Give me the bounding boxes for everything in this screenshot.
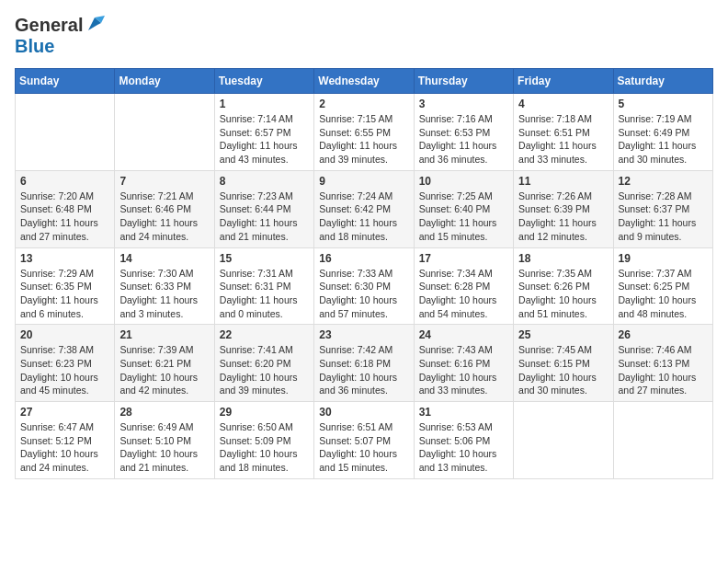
header: General Blue bbox=[15, 15, 713, 57]
day-number: 27 bbox=[20, 406, 109, 419]
day-number: 9 bbox=[319, 175, 408, 188]
day-number: 21 bbox=[119, 328, 209, 341]
day-number: 26 bbox=[619, 328, 708, 341]
calendar-week-row: 6Sunrise: 7:20 AM Sunset: 6:48 PM Daylig… bbox=[16, 170, 713, 247]
calendar: SundayMondayTuesdayWednesdayThursdayFrid… bbox=[15, 68, 713, 479]
day-of-week-header: Tuesday bbox=[214, 69, 313, 94]
day-of-week-header: Thursday bbox=[414, 69, 513, 94]
calendar-cell: 15Sunrise: 7:31 AM Sunset: 6:31 PM Dayli… bbox=[214, 247, 313, 325]
day-number: 7 bbox=[119, 175, 209, 188]
day-number: 14 bbox=[119, 252, 209, 265]
calendar-cell: 12Sunrise: 7:28 AM Sunset: 6:37 PM Dayli… bbox=[613, 170, 712, 247]
calendar-cell: 30Sunrise: 6:51 AM Sunset: 5:07 PM Dayli… bbox=[314, 402, 414, 479]
day-info: Sunrise: 7:33 AM Sunset: 6:30 PM Dayligh… bbox=[319, 267, 408, 321]
day-info: Sunrise: 7:42 AM Sunset: 6:18 PM Dayligh… bbox=[319, 343, 408, 397]
day-number: 5 bbox=[619, 98, 708, 110]
day-number: 3 bbox=[419, 98, 508, 110]
day-of-week-header: Saturday bbox=[613, 69, 712, 94]
day-info: Sunrise: 6:49 AM Sunset: 5:10 PM Dayligh… bbox=[119, 420, 209, 475]
day-info: Sunrise: 7:31 AM Sunset: 6:31 PM Dayligh… bbox=[220, 267, 309, 321]
day-of-week-header: Sunday bbox=[16, 69, 115, 94]
calendar-cell: 1Sunrise: 7:14 AM Sunset: 6:57 PM Daylig… bbox=[214, 94, 313, 171]
logo-blue: Blue bbox=[15, 36, 54, 56]
day-info: Sunrise: 7:23 AM Sunset: 6:44 PM Dayligh… bbox=[220, 190, 309, 244]
calendar-cell: 19Sunrise: 7:37 AM Sunset: 6:25 PM Dayli… bbox=[613, 247, 712, 325]
logo-general: General bbox=[15, 15, 83, 36]
day-number: 11 bbox=[518, 175, 608, 188]
day-info: Sunrise: 6:47 AM Sunset: 5:12 PM Dayligh… bbox=[20, 420, 109, 475]
calendar-week-row: 20Sunrise: 7:38 AM Sunset: 6:23 PM Dayli… bbox=[16, 325, 713, 402]
calendar-cell bbox=[613, 402, 712, 479]
calendar-week-row: 1Sunrise: 7:14 AM Sunset: 6:57 PM Daylig… bbox=[16, 94, 713, 171]
calendar-cell: 26Sunrise: 7:46 AM Sunset: 6:13 PM Dayli… bbox=[613, 325, 712, 402]
day-info: Sunrise: 7:16 AM Sunset: 6:53 PM Dayligh… bbox=[419, 112, 508, 167]
calendar-cell: 2Sunrise: 7:15 AM Sunset: 6:55 PM Daylig… bbox=[314, 94, 414, 171]
day-info: Sunrise: 7:25 AM Sunset: 6:40 PM Dayligh… bbox=[419, 190, 508, 244]
day-number: 19 bbox=[619, 252, 708, 265]
day-number: 6 bbox=[20, 175, 109, 188]
day-number: 25 bbox=[518, 328, 608, 341]
day-number: 18 bbox=[518, 252, 608, 265]
calendar-week-row: 27Sunrise: 6:47 AM Sunset: 5:12 PM Dayli… bbox=[16, 402, 713, 479]
day-number: 15 bbox=[220, 252, 309, 265]
logo: General Blue bbox=[15, 15, 105, 57]
calendar-cell: 22Sunrise: 7:41 AM Sunset: 6:20 PM Dayli… bbox=[214, 325, 313, 402]
calendar-cell: 16Sunrise: 7:33 AM Sunset: 6:30 PM Dayli… bbox=[314, 247, 414, 325]
day-info: Sunrise: 6:53 AM Sunset: 5:06 PM Dayligh… bbox=[419, 420, 508, 475]
day-number: 12 bbox=[619, 175, 708, 188]
calendar-cell: 31Sunrise: 6:53 AM Sunset: 5:06 PM Dayli… bbox=[414, 402, 513, 479]
calendar-cell: 17Sunrise: 7:34 AM Sunset: 6:28 PM Dayli… bbox=[414, 247, 513, 325]
day-info: Sunrise: 7:39 AM Sunset: 6:21 PM Dayligh… bbox=[119, 343, 209, 397]
calendar-cell: 3Sunrise: 7:16 AM Sunset: 6:53 PM Daylig… bbox=[414, 94, 513, 171]
calendar-cell: 24Sunrise: 7:43 AM Sunset: 6:16 PM Dayli… bbox=[414, 325, 513, 402]
calendar-cell: 14Sunrise: 7:30 AM Sunset: 6:33 PM Dayli… bbox=[115, 247, 214, 325]
day-info: Sunrise: 7:20 AM Sunset: 6:48 PM Dayligh… bbox=[20, 190, 109, 244]
day-info: Sunrise: 7:21 AM Sunset: 6:46 PM Dayligh… bbox=[119, 190, 209, 244]
day-number: 29 bbox=[220, 406, 309, 419]
calendar-cell: 21Sunrise: 7:39 AM Sunset: 6:21 PM Dayli… bbox=[115, 325, 214, 402]
calendar-cell: 7Sunrise: 7:21 AM Sunset: 6:46 PM Daylig… bbox=[115, 170, 214, 247]
day-info: Sunrise: 7:14 AM Sunset: 6:57 PM Dayligh… bbox=[220, 112, 309, 167]
calendar-cell: 6Sunrise: 7:20 AM Sunset: 6:48 PM Daylig… bbox=[16, 170, 115, 247]
day-info: Sunrise: 7:29 AM Sunset: 6:35 PM Dayligh… bbox=[20, 267, 109, 321]
day-info: Sunrise: 7:28 AM Sunset: 6:37 PM Dayligh… bbox=[619, 190, 708, 244]
day-number: 22 bbox=[220, 328, 309, 341]
day-info: Sunrise: 6:50 AM Sunset: 5:09 PM Dayligh… bbox=[220, 420, 309, 475]
day-number: 8 bbox=[220, 175, 309, 188]
day-number: 20 bbox=[20, 328, 109, 341]
calendar-cell: 11Sunrise: 7:26 AM Sunset: 6:39 PM Dayli… bbox=[514, 170, 613, 247]
calendar-header-row: SundayMondayTuesdayWednesdayThursdayFrid… bbox=[16, 69, 713, 94]
day-info: Sunrise: 7:35 AM Sunset: 6:26 PM Dayligh… bbox=[518, 267, 608, 321]
calendar-cell: 9Sunrise: 7:24 AM Sunset: 6:42 PM Daylig… bbox=[314, 170, 414, 247]
day-info: Sunrise: 6:51 AM Sunset: 5:07 PM Dayligh… bbox=[319, 420, 408, 475]
day-info: Sunrise: 7:45 AM Sunset: 6:15 PM Dayligh… bbox=[518, 343, 608, 397]
calendar-week-row: 13Sunrise: 7:29 AM Sunset: 6:35 PM Dayli… bbox=[16, 247, 713, 325]
calendar-cell: 10Sunrise: 7:25 AM Sunset: 6:40 PM Dayli… bbox=[414, 170, 513, 247]
calendar-cell: 23Sunrise: 7:42 AM Sunset: 6:18 PM Dayli… bbox=[314, 325, 414, 402]
day-info: Sunrise: 7:34 AM Sunset: 6:28 PM Dayligh… bbox=[419, 267, 508, 321]
day-info: Sunrise: 7:38 AM Sunset: 6:23 PM Dayligh… bbox=[20, 343, 109, 397]
day-number: 1 bbox=[220, 98, 309, 110]
day-info: Sunrise: 7:18 AM Sunset: 6:51 PM Dayligh… bbox=[518, 112, 608, 167]
day-number: 4 bbox=[518, 98, 608, 110]
calendar-cell: 13Sunrise: 7:29 AM Sunset: 6:35 PM Dayli… bbox=[16, 247, 115, 325]
calendar-cell: 29Sunrise: 6:50 AM Sunset: 5:09 PM Dayli… bbox=[214, 402, 313, 479]
day-number: 16 bbox=[319, 252, 408, 265]
logo-bird-icon bbox=[85, 14, 105, 34]
calendar-cell: 8Sunrise: 7:23 AM Sunset: 6:44 PM Daylig… bbox=[214, 170, 313, 247]
day-number: 31 bbox=[419, 406, 508, 419]
day-number: 30 bbox=[319, 406, 408, 419]
day-number: 28 bbox=[119, 406, 209, 419]
day-number: 2 bbox=[319, 98, 408, 110]
calendar-cell bbox=[115, 94, 214, 171]
day-info: Sunrise: 7:30 AM Sunset: 6:33 PM Dayligh… bbox=[119, 267, 209, 321]
day-info: Sunrise: 7:26 AM Sunset: 6:39 PM Dayligh… bbox=[518, 190, 608, 244]
calendar-cell bbox=[514, 402, 613, 479]
calendar-cell: 28Sunrise: 6:49 AM Sunset: 5:10 PM Dayli… bbox=[115, 402, 214, 479]
calendar-cell: 18Sunrise: 7:35 AM Sunset: 6:26 PM Dayli… bbox=[514, 247, 613, 325]
calendar-cell bbox=[16, 94, 115, 171]
day-number: 23 bbox=[319, 328, 408, 341]
day-info: Sunrise: 7:43 AM Sunset: 6:16 PM Dayligh… bbox=[419, 343, 508, 397]
day-info: Sunrise: 7:24 AM Sunset: 6:42 PM Dayligh… bbox=[319, 190, 408, 244]
calendar-cell: 5Sunrise: 7:19 AM Sunset: 6:49 PM Daylig… bbox=[613, 94, 712, 171]
